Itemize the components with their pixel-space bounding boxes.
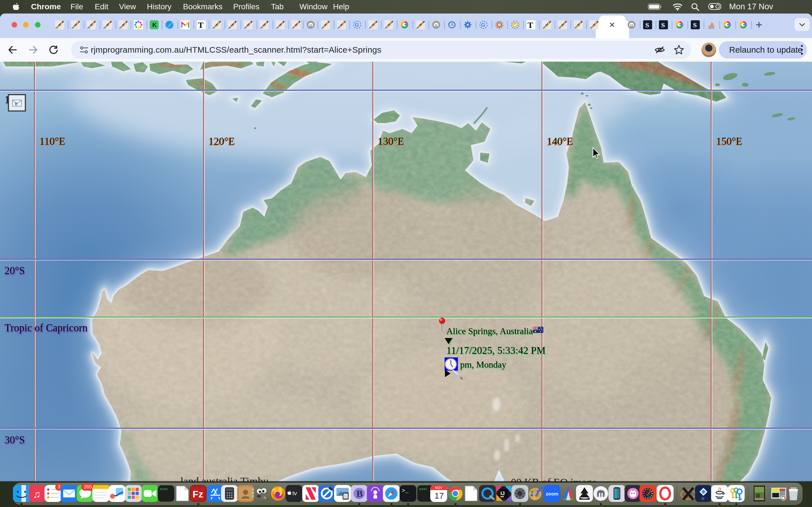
svg-text:exec: exec xyxy=(160,487,168,491)
svg-text:Alice Springs, Australia: Alice Springs, Australia xyxy=(446,326,533,336)
svg-text:G: G xyxy=(481,22,485,28)
svg-text:20°S: 20°S xyxy=(4,265,25,276)
svg-text:K: K xyxy=(152,21,157,29)
svg-text:exec: exec xyxy=(419,487,427,491)
svg-text:B: B xyxy=(356,489,363,499)
svg-text:Tropic of Capricorn: Tropic of Capricorn xyxy=(4,322,88,334)
svg-text:w: w xyxy=(701,496,705,501)
svg-text:30°S: 30°S xyxy=(4,434,25,446)
svg-text:T: T xyxy=(198,20,204,29)
svg-text:150°E: 150°E xyxy=(716,135,742,147)
svg-text:S: S xyxy=(645,21,649,29)
svg-text:130°E: 130°E xyxy=(378,135,404,147)
svg-text:17: 17 xyxy=(435,491,444,500)
svg-text:T: T xyxy=(527,20,533,29)
svg-text:S: S xyxy=(661,21,665,29)
svg-text:>_: >_ xyxy=(402,488,409,494)
svg-text:110°E: 110°E xyxy=(40,135,65,147)
svg-text:NOV: NOV xyxy=(435,486,442,490)
svg-text:S: S xyxy=(693,21,697,29)
svg-text:G: G xyxy=(355,22,359,28)
svg-text:E: E xyxy=(15,101,18,106)
svg-text:zoom: zoom xyxy=(546,491,558,497)
svg-text:pm, Monday: pm, Monday xyxy=(460,359,506,370)
svg-text:IJ: IJ xyxy=(500,491,505,496)
svg-text:tv: tv xyxy=(292,490,297,496)
svg-text:140°E: 140°E xyxy=(547,135,573,147)
svg-text:11/17/2025, 5:33:42 PM: 11/17/2025, 5:33:42 PM xyxy=(446,345,546,356)
svg-text:♫: ♫ xyxy=(33,489,41,500)
svg-text:Fz: Fz xyxy=(193,489,203,499)
svg-text:120°E: 120°E xyxy=(209,135,235,147)
